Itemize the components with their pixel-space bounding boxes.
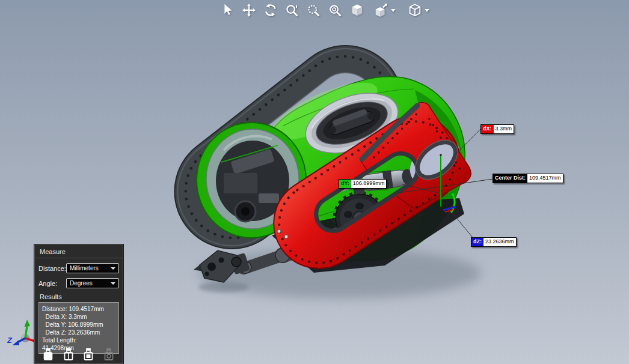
zoom-area-tool-button[interactable] (307, 2, 321, 18)
distance-units-value: Millimeters (70, 265, 111, 271)
results-label: Results (40, 293, 119, 300)
measure-mode-buttons (35, 347, 123, 362)
zoom-tool-button[interactable] (328, 2, 343, 18)
result-delta-x: Delta X: 3.3mm (42, 313, 115, 321)
callout-delta-y[interactable]: dY: 106.8999mm (339, 179, 387, 189)
measure-edge-button[interactable] (62, 347, 75, 362)
measure-point-button[interactable] (42, 347, 55, 362)
view-toolbar (220, 1, 438, 19)
callout-delta-x[interactable]: dX: 3.3mm (480, 124, 514, 134)
select-cursor-icon (220, 2, 235, 18)
callout-dx-value: 3.3mm (494, 125, 514, 133)
zoom-icon (328, 2, 343, 18)
display-style-button[interactable] (408, 2, 422, 18)
callout-center-tag: Center Dist: (493, 174, 527, 183)
measure-panel: Measure Distance: Millimeters Angle: Deg… (34, 244, 123, 364)
distance-label: Distance: (38, 265, 66, 272)
edrawings-viewport[interactable]: dX: 3.3mm Center Dist: 109.4517mm dZ: 23… (0, 0, 629, 364)
view-orientation-cube-icon (374, 2, 388, 18)
callout-dy-value: 106.8999mm (351, 180, 387, 188)
display-style-cube-icon (408, 2, 422, 18)
measure-snapshot-button (102, 347, 115, 362)
shaded-cube-icon (350, 2, 364, 18)
measure-face-cube-icon (82, 347, 95, 362)
view-orientation-button[interactable] (374, 2, 388, 18)
zoom-area-icon (307, 2, 321, 18)
result-distance: Distance: 109.4517mm (42, 305, 115, 313)
z-axis-label: Z (7, 336, 13, 345)
rotate-icon (263, 2, 278, 18)
shaded-view-button[interactable] (350, 2, 364, 18)
callout-delta-z[interactable]: dZ: 23.2636mm (471, 237, 517, 247)
result-delta-y: Delta Y: 106.8999mm (42, 321, 115, 329)
chevron-down-icon (111, 267, 115, 270)
callout-dy-tag: dY: (339, 180, 351, 188)
callout-dz-value: 23.2636mm (483, 238, 516, 246)
angle-units-value: Degrees (70, 280, 111, 287)
zoom-to-fit-icon (285, 2, 299, 18)
callout-dz-tag: dZ: (471, 238, 483, 246)
angle-units-select[interactable]: Degrees (66, 278, 119, 288)
result-delta-z: Delta Z: 23.2636mm (42, 329, 115, 336)
callout-center-distance[interactable]: Center Dist: 109.4517mm (492, 174, 563, 183)
panel-separator (35, 258, 123, 258)
rotate-tool-button[interactable] (263, 2, 278, 18)
measure-edge-cube-icon (63, 347, 75, 362)
pan-move-icon (242, 2, 256, 18)
angle-label: Angle: (38, 280, 66, 287)
callout-dx-tag: dX: (481, 125, 494, 133)
display-style-dropdown-caret[interactable] (425, 9, 429, 12)
select-tool-button[interactable] (220, 2, 235, 18)
measure-face-button[interactable] (82, 347, 96, 362)
measure-point-cube-icon (42, 347, 55, 362)
callout-center-value: 109.4517mm (527, 174, 563, 183)
view-orientation-dropdown-caret[interactable] (391, 9, 396, 12)
distance-units-select[interactable]: Millimeters (66, 263, 119, 273)
pan-tool-button[interactable] (242, 2, 256, 18)
measure-panel-title: Measure (35, 245, 123, 258)
measure-snapshot-cube-icon (103, 347, 115, 362)
result-total-length-label: Total Length: (42, 336, 115, 344)
zoom-fit-tool-button[interactable] (285, 2, 299, 18)
chevron-down-icon (111, 282, 115, 285)
